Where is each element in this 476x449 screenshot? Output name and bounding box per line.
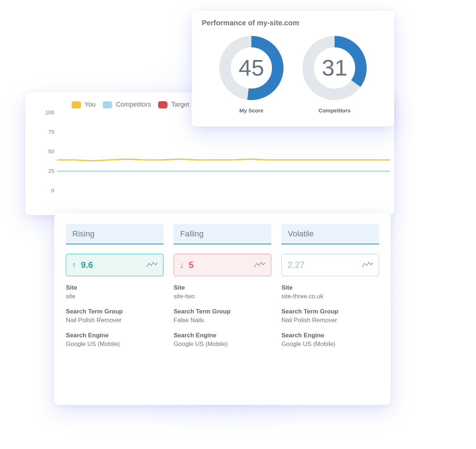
arrow-down-icon: ↓ xyxy=(180,260,184,270)
label-stg: Search Term Group xyxy=(174,308,271,315)
sparkline-icon xyxy=(362,260,373,270)
donut-myscore: 45 My Score xyxy=(217,34,286,114)
legend-swatch-you xyxy=(72,101,81,108)
stat-volatile-value: 2.27 xyxy=(288,260,305,270)
value-site: site-three.co.uk xyxy=(281,293,379,300)
label-se: Search Engine xyxy=(174,332,271,339)
svg-point-3 xyxy=(148,263,149,264)
legend-swatch-competitors xyxy=(103,101,112,108)
performance-card: Performance of my-site.com 45 My Score 3… xyxy=(192,11,394,127)
svg-point-12 xyxy=(263,264,264,265)
value-site: site-two xyxy=(174,293,271,300)
stat-falling-value: 5 xyxy=(189,260,194,270)
svg-point-11 xyxy=(260,262,262,263)
value-se: Google US (Mobile) xyxy=(66,341,163,348)
svg-point-15 xyxy=(364,263,365,264)
performance-donuts: 45 My Score 31 Competitors xyxy=(202,34,384,114)
tab-falling[interactable]: Falling xyxy=(174,224,271,244)
donut-competitors-svg: 31 xyxy=(300,34,369,102)
svg-point-18 xyxy=(370,264,371,265)
value-stg: Nail Polish Remover xyxy=(281,317,379,324)
value-stg: Nail Polish Remover xyxy=(66,317,163,324)
svg-point-10 xyxy=(258,265,259,266)
line-you xyxy=(57,159,390,161)
value-stg: False Nails xyxy=(174,317,271,324)
stat-volatile[interactable]: 2.27 xyxy=(281,254,379,276)
metrics-col-volatile: Volatile 2.27 Sitesite-three.co.uk Searc… xyxy=(281,224,379,394)
stat-rising-value: 9.6 xyxy=(81,260,93,270)
tab-volatile[interactable]: Volatile xyxy=(281,224,379,244)
legend-label-target: Target xyxy=(171,101,189,108)
ytick-75: 75 xyxy=(36,129,54,135)
legend-label-you: You xyxy=(85,101,95,108)
svg-point-5 xyxy=(153,262,154,263)
value-se: Google US (Mobile) xyxy=(281,341,379,348)
metrics-col-falling: Falling ↓ 5 Sitesite-two Search Term Gro… xyxy=(174,224,271,394)
stat-rising[interactable]: ↑ 9.6 xyxy=(66,254,163,276)
donut-myscore-svg: 45 xyxy=(217,34,286,102)
performance-title: Performance of my-site.com xyxy=(202,19,384,27)
legend-swatch-target xyxy=(158,101,167,108)
svg-point-16 xyxy=(366,265,367,266)
stat-falling[interactable]: ↓ 5 xyxy=(174,254,271,276)
donut-competitors-value: 31 xyxy=(322,55,347,80)
tab-rising[interactable]: Rising xyxy=(66,224,163,244)
metrics-col-rising: Rising ↑ 9.6 Sitesite Search Term GroupN… xyxy=(66,224,163,394)
label-se: Search Engine xyxy=(66,332,163,339)
arrow-up-icon: ↑ xyxy=(72,260,76,270)
label-site: Site xyxy=(281,284,379,291)
sparkline-icon xyxy=(254,260,265,270)
svg-point-4 xyxy=(150,265,152,266)
label-stg: Search Term Group xyxy=(66,308,163,315)
label-site: Site xyxy=(174,284,271,291)
ytick-50: 50 xyxy=(36,148,54,154)
sparkline-icon xyxy=(146,260,157,270)
ytick-0: 0 xyxy=(36,187,54,193)
donut-myscore-label: My Score xyxy=(217,107,286,114)
ytick-100: 100 xyxy=(36,109,54,115)
label-se: Search Engine xyxy=(281,332,379,339)
value-site: site xyxy=(66,293,163,300)
donut-competitors-label: Competitors xyxy=(300,107,369,114)
metrics-card: Rising ↑ 9.6 Sitesite Search Term GroupN… xyxy=(54,213,391,405)
value-se: Google US (Mobile) xyxy=(174,341,271,348)
label-site: Site xyxy=(66,284,163,291)
donut-myscore-value: 45 xyxy=(239,55,264,80)
svg-point-6 xyxy=(155,264,156,265)
donut-competitors: 31 Competitors xyxy=(300,34,369,114)
svg-point-9 xyxy=(256,263,257,264)
svg-point-17 xyxy=(368,262,369,263)
label-stg: Search Term Group xyxy=(281,308,379,315)
ytick-25: 25 xyxy=(36,168,54,174)
legend-label-competitors: Competitors xyxy=(116,101,151,108)
